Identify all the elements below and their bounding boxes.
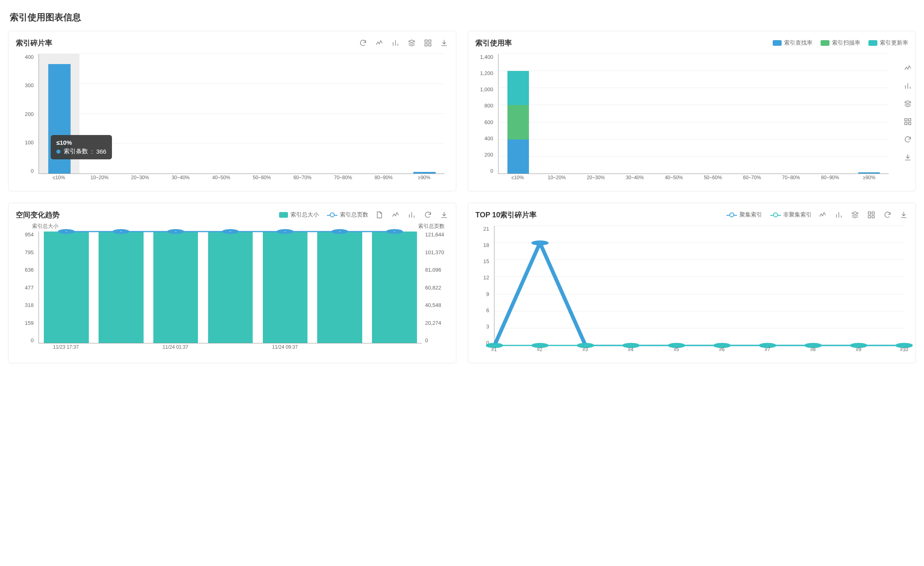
svg-rect-5	[909, 119, 911, 121]
refresh-icon[interactable]	[883, 210, 892, 219]
legend-label: 索引扫描率	[832, 39, 860, 47]
svg-point-20	[535, 242, 544, 244]
svg-rect-0	[425, 40, 428, 43]
line-chart-icon[interactable]	[818, 210, 827, 219]
svg-point-9	[116, 230, 126, 233]
legend-label: 索引更新率	[880, 39, 908, 47]
svg-point-10	[171, 230, 181, 233]
panel-title: TOP 10索引碎片率	[475, 210, 537, 220]
legend-label: 索引总页数	[340, 211, 368, 219]
line-chart-icon[interactable]	[391, 210, 400, 219]
svg-point-8	[62, 230, 71, 233]
trend-chart: 索引总大小 索引总页数 9547956364773181590 121,6441…	[16, 232, 449, 353]
svg-rect-16	[872, 212, 875, 214]
panel-title: 空间变化趋势	[16, 210, 60, 220]
refresh-icon[interactable]	[359, 39, 367, 47]
legend-item[interactable]: 索引总页数	[327, 211, 368, 219]
svg-rect-17	[868, 216, 871, 218]
top10-chart: 211815129630 #1#2#3#4#5#6#7#8#9#10	[475, 226, 908, 356]
panel-toolbar	[359, 39, 449, 47]
download-icon[interactable]	[440, 210, 449, 219]
download-icon[interactable]	[899, 210, 908, 219]
legend-item[interactable]: 索引查找率	[773, 39, 812, 47]
grid-icon[interactable]	[867, 210, 876, 219]
svg-point-13	[335, 230, 344, 233]
svg-rect-18	[872, 216, 875, 218]
line-chart-icon[interactable]	[375, 39, 384, 47]
bar-chart-icon[interactable]	[391, 39, 400, 47]
svg-rect-1	[429, 40, 431, 43]
svg-rect-7	[909, 122, 911, 125]
panel-top10-frag: TOP 10索引碎片率 聚集索引 非聚集索引 211815129630 #1#2…	[468, 203, 916, 363]
svg-point-11	[226, 230, 235, 233]
svg-point-12	[281, 230, 290, 233]
panel-frag-rate: 索引碎片率 4003002001000 ≤10%10~20%20~30%30~4…	[8, 31, 456, 191]
legend-item[interactable]: 索引更新率	[868, 39, 908, 47]
legend-item[interactable]: 索引扫描率	[821, 39, 860, 47]
panel-title: 索引碎片率	[16, 38, 52, 48]
grid-icon[interactable]	[423, 39, 432, 47]
page-title: 索引使用图表信息	[10, 11, 914, 24]
frag-chart: 4003002001000 ≤10%10~20%20~30%30~40%40~5…	[16, 54, 449, 184]
svg-rect-2	[425, 44, 428, 46]
legend-label: 索引总大小	[290, 211, 319, 219]
usage-legend: 索引查找率 索引扫描率 索引更新率	[773, 39, 908, 47]
dashboard-grid: 索引碎片率 4003002001000 ≤10%10~20%20~30%30~4…	[8, 31, 916, 363]
stack-icon[interactable]	[851, 210, 860, 219]
panel-toolbar	[375, 210, 449, 219]
panel-space-trend: 空间变化趋势 索引总大小 索引总页数 索引总大小 索引总页数 954795636…	[8, 203, 456, 363]
panel-title: 索引使用率	[475, 38, 512, 48]
bar-chart-icon[interactable]	[834, 210, 843, 219]
y-axis-right-title: 索引总页数	[418, 223, 445, 230]
doc-icon[interactable]	[375, 210, 384, 219]
legend-item[interactable]: 索引总大小	[279, 211, 319, 219]
usage-chart: 1,4001,2001,0008006004002000 ≤10%10~20%2…	[475, 54, 908, 184]
stack-icon[interactable]	[407, 39, 416, 47]
panel-toolbar	[818, 210, 908, 219]
download-icon[interactable]	[440, 39, 449, 47]
y-axis-left-title: 索引总大小	[32, 223, 58, 230]
legend-item[interactable]: 聚集索引	[726, 211, 762, 219]
legend-label: 聚集索引	[739, 211, 762, 219]
svg-rect-15	[868, 212, 871, 214]
legend-label: 非聚集索引	[783, 211, 812, 219]
panel-usage-rate: 索引使用率 索引查找率 索引扫描率 索引更新率 1,4001,2001,0008…	[468, 31, 916, 191]
legend-label: 索引查找率	[784, 39, 812, 47]
svg-point-14	[390, 230, 399, 233]
svg-rect-3	[429, 44, 431, 46]
bar-chart-icon[interactable]	[407, 210, 416, 219]
refresh-icon[interactable]	[423, 210, 432, 219]
trend-legend: 索引总大小 索引总页数	[279, 211, 368, 219]
top10-legend: 聚集索引 非聚集索引	[726, 211, 812, 219]
legend-item[interactable]: 非聚集索引	[770, 211, 812, 219]
